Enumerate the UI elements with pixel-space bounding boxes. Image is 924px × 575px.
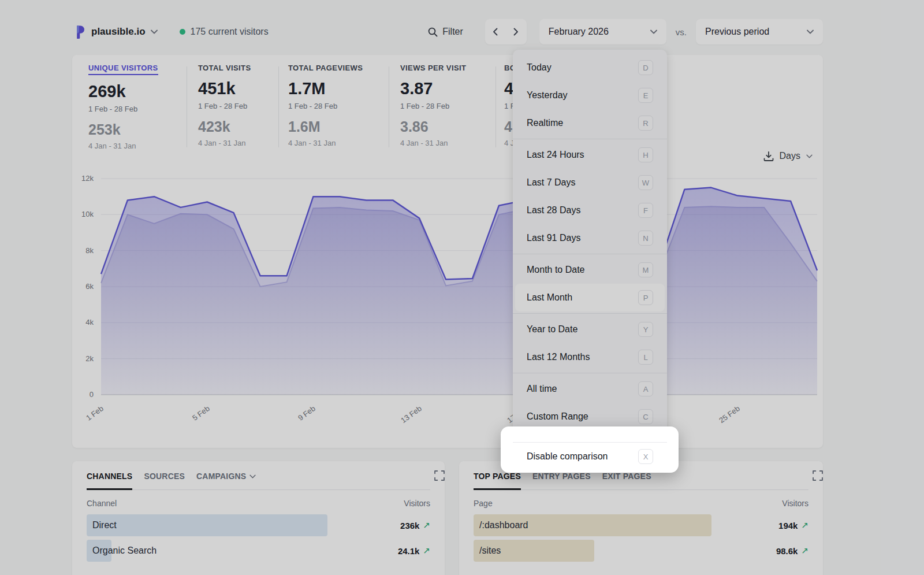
menu-item-label: Disable comparison bbox=[527, 451, 608, 462]
dim-overlay bbox=[0, 0, 924, 575]
dashboard-screen: plausible.io 175 current visitors Filter bbox=[0, 0, 924, 575]
menu-divider bbox=[513, 442, 667, 443]
menu-item-disable-comparison[interactable]: Disable comparison X bbox=[513, 445, 667, 468]
shortcut-key-badge: X bbox=[638, 449, 653, 464]
disable-comparison-spotlight: Disable comparison X bbox=[501, 426, 679, 473]
